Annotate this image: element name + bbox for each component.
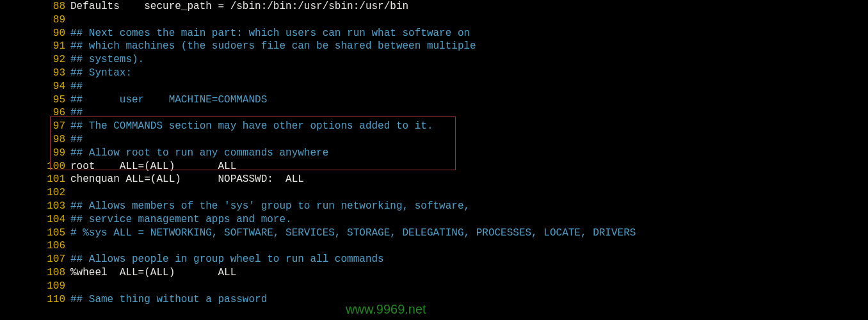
- line-content: ## service management apps and more.: [70, 213, 292, 227]
- line-content: %wheel ALL=(ALL) ALL: [70, 266, 236, 280]
- code-line[interactable]: 109: [0, 280, 868, 293]
- line-content: ## Allows people in group wheel to run a…: [70, 253, 384, 266]
- line-number: 99: [0, 147, 70, 160]
- line-content: ## Same thing without a password: [70, 293, 267, 307]
- code-line[interactable]: 92## systems).: [0, 53, 868, 67]
- code-line[interactable]: 100root ALL=(ALL) ALL: [0, 160, 868, 173]
- code-line[interactable]: 103## Allows members of the 'sys' group …: [0, 200, 868, 213]
- line-content: ## which machines (the sudoers file can …: [70, 40, 476, 53]
- line-number: 96: [0, 106, 70, 120]
- code-line[interactable]: 93## Syntax:: [0, 67, 868, 80]
- line-number: 101: [0, 173, 70, 186]
- line-number: 95: [0, 93, 70, 107]
- code-editor[interactable]: 88Defaults secure_path = /sbin:/bin:/usr…: [0, 0, 868, 306]
- line-number: 94: [0, 80, 70, 93]
- line-content: ## Next comes the main part: which users…: [70, 27, 470, 40]
- line-number: 110: [0, 293, 70, 307]
- line-number: 98: [0, 133, 70, 147]
- line-content: ##: [70, 106, 83, 120]
- line-number: 90: [0, 27, 70, 40]
- line-number: 88: [0, 0, 70, 13]
- code-line[interactable]: 90## Next comes the main part: which use…: [0, 27, 868, 40]
- line-content: ## user MACHINE=COMMANDS: [70, 93, 267, 107]
- line-number: 109: [0, 280, 70, 293]
- code-line[interactable]: 96##: [0, 106, 868, 120]
- line-content: ## The COMMANDS section may have other o…: [70, 120, 433, 133]
- line-content: ## Allows members of the 'sys' group to …: [70, 200, 470, 213]
- code-line[interactable]: 89: [0, 13, 868, 27]
- code-line[interactable]: 97## The COMMANDS section may have other…: [0, 120, 868, 133]
- line-number: 91: [0, 40, 70, 53]
- line-content: ## Syntax:: [70, 67, 132, 80]
- line-content: # %sys ALL = NETWORKING, SOFTWARE, SERVI…: [70, 227, 636, 240]
- code-line[interactable]: 105# %sys ALL = NETWORKING, SOFTWARE, SE…: [0, 227, 868, 240]
- code-line[interactable]: 98##: [0, 133, 868, 147]
- code-line[interactable]: 101chenquan ALL=(ALL) NOPASSWD: ALL: [0, 173, 868, 186]
- line-number: 107: [0, 253, 70, 266]
- line-content: ## systems).: [70, 53, 144, 67]
- line-number: 97: [0, 120, 70, 133]
- line-content: Defaults secure_path = /sbin:/bin:/usr/s…: [70, 0, 408, 13]
- line-number: 103: [0, 200, 70, 213]
- line-number: 102: [0, 186, 70, 200]
- line-content: chenquan ALL=(ALL) NOPASSWD: ALL: [70, 173, 304, 186]
- line-number: 100: [0, 160, 70, 173]
- code-line[interactable]: 102: [0, 186, 868, 200]
- code-line[interactable]: 104## service management apps and more.: [0, 213, 868, 227]
- line-number: 92: [0, 53, 70, 67]
- line-number: 105: [0, 227, 70, 240]
- line-content: root ALL=(ALL) ALL: [70, 160, 236, 173]
- code-line[interactable]: 110## Same thing without a password: [0, 293, 868, 307]
- line-content: ## Allow root to run any commands anywhe…: [70, 147, 328, 160]
- line-number: 106: [0, 239, 70, 253]
- code-line[interactable]: 95## user MACHINE=COMMANDS: [0, 93, 868, 107]
- line-content: ##: [70, 133, 83, 147]
- line-number: 93: [0, 67, 70, 80]
- code-line[interactable]: 107## Allows people in group wheel to ru…: [0, 253, 868, 266]
- code-line[interactable]: 91## which machines (the sudoers file ca…: [0, 40, 868, 53]
- line-number: 104: [0, 213, 70, 227]
- line-number: 89: [0, 13, 70, 27]
- code-line[interactable]: 99## Allow root to run any commands anyw…: [0, 147, 868, 160]
- line-content: ##: [70, 80, 83, 93]
- code-line[interactable]: 106: [0, 239, 868, 253]
- code-line[interactable]: 94##: [0, 80, 868, 93]
- code-line[interactable]: 108%wheel ALL=(ALL) ALL: [0, 266, 868, 280]
- code-line[interactable]: 88Defaults secure_path = /sbin:/bin:/usr…: [0, 0, 868, 13]
- line-number: 108: [0, 266, 70, 280]
